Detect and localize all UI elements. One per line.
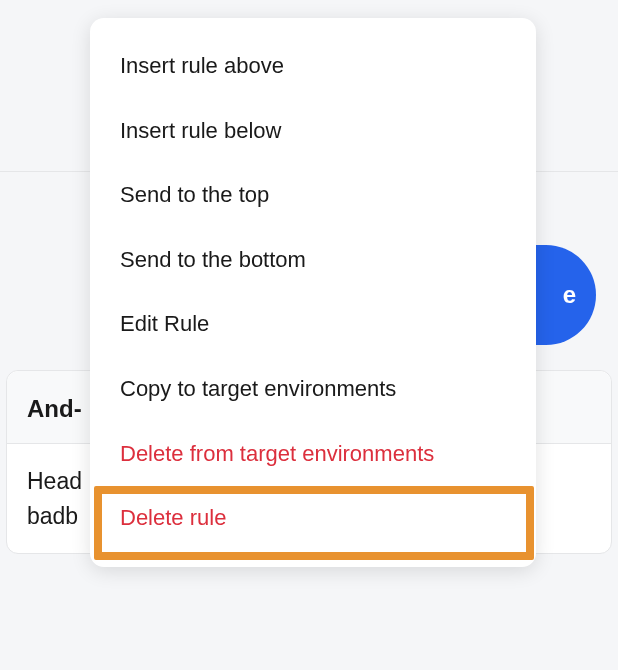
menu-item-insert-below[interactable]: Insert rule below [90,99,536,164]
menu-item-label: Send to the top [120,182,269,207]
menu-item-edit-rule[interactable]: Edit Rule [90,292,536,357]
menu-item-send-top[interactable]: Send to the top [90,163,536,228]
menu-item-copy-environments[interactable]: Copy to target environments [90,357,536,422]
menu-item-label: Send to the bottom [120,247,306,272]
menu-item-label: Delete rule [120,505,226,530]
menu-item-label: Delete from target environments [120,441,434,466]
primary-action-label-fragment: e [563,281,576,309]
menu-item-insert-above[interactable]: Insert rule above [90,34,536,99]
menu-item-label: Copy to target environments [120,376,396,401]
menu-item-label: Insert rule below [120,118,281,143]
menu-item-label: Insert rule above [120,53,284,78]
rule-context-menu: Insert rule above Insert rule below Send… [90,18,536,567]
menu-item-label: Edit Rule [120,311,209,336]
menu-item-delete-rule[interactable]: Delete rule [90,486,536,551]
menu-item-send-bottom[interactable]: Send to the bottom [90,228,536,293]
menu-item-delete-environments[interactable]: Delete from target environments [90,422,536,487]
rule-card-header-text: And- [27,395,82,422]
